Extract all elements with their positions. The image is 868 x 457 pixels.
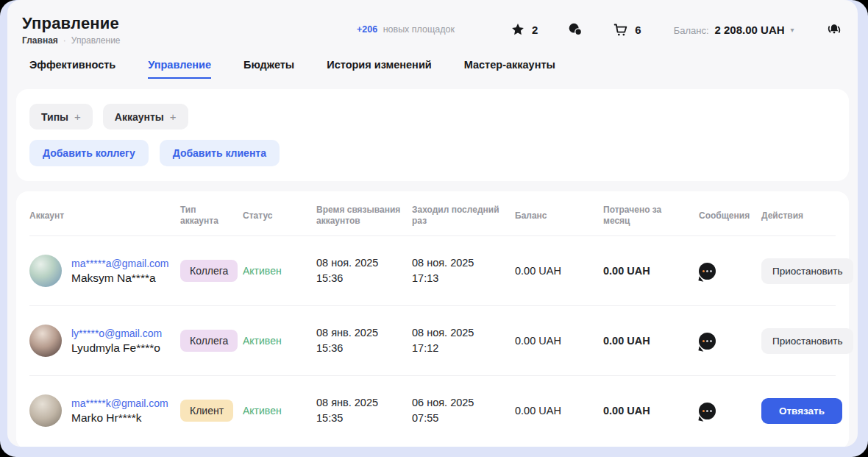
chat-bubble-icon[interactable] [699, 263, 716, 280]
chevron-down-icon: ▾ [791, 26, 794, 34]
breadcrumb-separator: · [63, 35, 66, 46]
actions-cell: Отвязать [761, 398, 842, 424]
breadcrumb-home[interactable]: Главная [22, 35, 58, 46]
account-type-cell: Коллега [180, 260, 243, 282]
suspend-button[interactable]: Приостановить [761, 328, 853, 354]
column-header-messages: Сообщения [699, 210, 761, 222]
column-header-status: Статус [243, 210, 316, 222]
column-header-balance: Баланс [515, 210, 603, 222]
favorites-metric[interactable]: 2 [511, 22, 538, 37]
column-header-last-seen: Заходил последний раз [412, 205, 515, 227]
new-sites-notice[interactable]: +206 новых площадок [357, 24, 455, 35]
types-filter-label: Типы [41, 111, 68, 123]
account-type-cell: Коллега [180, 330, 243, 352]
linked-time: 15:35 [316, 411, 412, 426]
types-filter-button[interactable]: Типы + [29, 104, 93, 130]
column-header-account-type: Тип аккаунта [180, 205, 243, 227]
last-seen-date: 08 ноя. 2025 [412, 255, 515, 271]
linked-date: 08 янв. 2025 [316, 325, 412, 341]
account-text: ma*****k@gmail.com Marko Hr****k [71, 397, 168, 425]
tab-master-accounts[interactable]: Мастер-аккаунты [464, 59, 555, 79]
app-window: Управление Главная · Управление +206 нов… [0, 0, 868, 457]
bell-icon [825, 21, 843, 38]
last-seen-time: 17:13 [412, 271, 515, 286]
add-buttons-row: Добавить коллегу Добавить клиента [29, 140, 836, 166]
avatar [29, 394, 62, 427]
linked-time-cell: 08 янв. 2025 15:36 [316, 325, 412, 356]
linked-time-cell: 08 янв. 2025 15:35 [316, 395, 412, 426]
favorites-count: 2 [532, 24, 538, 36]
last-seen-cell: 06 ноя. 2025 07:55 [412, 395, 515, 426]
suspend-button[interactable]: Приостановить [761, 258, 853, 284]
account-cell: ma*****a@gmail.com Maksym Na****a [29, 255, 180, 287]
type-badge: Коллега [180, 260, 238, 282]
account-email-link[interactable]: ly*****o@gmail.com [71, 327, 162, 339]
breadcrumb: Главная · Управление [22, 35, 235, 46]
balance-cell: 0.00 UAH [515, 335, 603, 347]
column-header-actions: Действия [761, 210, 836, 222]
plus-icon: + [170, 110, 177, 123]
cart-icon [613, 22, 628, 38]
account-type-cell: Клиент [180, 400, 243, 422]
linked-date: 08 ноя. 2025 [316, 255, 412, 271]
chat-bubble-icon[interactable] [699, 333, 716, 350]
actions-cell: Приостановить [761, 328, 853, 354]
notifications-button[interactable] [825, 21, 843, 38]
account-cell: ly*****o@gmail.com Lyudmyla Fe****o [29, 325, 180, 357]
table-row: ma*****a@gmail.com Maksym Na****a Коллег… [29, 235, 836, 305]
last-seen-time: 07:55 [412, 411, 515, 426]
column-header-linked-time: Время связывания аккаунтов [316, 205, 412, 227]
accounts-filter-label: Аккаунты [115, 111, 164, 123]
chat-bubble-icon[interactable] [699, 403, 716, 419]
status-badge: Активен [243, 405, 316, 417]
tab-change-history[interactable]: История изменений [327, 59, 431, 79]
column-header-spent: Потрачено за месяц [603, 205, 699, 227]
tab-management[interactable]: Управление [148, 59, 211, 79]
app-surface: Управление Главная · Управление +206 нов… [7, 0, 858, 447]
account-text: ly*****o@gmail.com Lyudmyla Fe****o [71, 327, 162, 355]
cart-count: 6 [635, 24, 641, 36]
section-tabs: Эффективность Управление Бюджеты История… [7, 52, 858, 79]
messages-cell [699, 262, 761, 280]
last-seen-date: 08 ноя. 2025 [412, 325, 515, 341]
table-row: ly*****o@gmail.com Lyudmyla Fe****o Колл… [29, 305, 836, 375]
add-colleague-button[interactable]: Добавить коллегу [29, 140, 149, 166]
tab-budgets[interactable]: Бюджеты [243, 59, 294, 79]
messages-cell [699, 332, 761, 350]
star-icon [511, 22, 525, 37]
last-seen-time: 17:12 [412, 341, 515, 356]
table-row: ma*****k@gmail.com Marko Hr****k Клиент … [29, 375, 836, 445]
add-client-button[interactable]: Добавить клиента [160, 140, 280, 166]
type-badge: Коллега [180, 330, 238, 352]
cart-metric[interactable]: 6 [613, 22, 641, 38]
spent-cell: 0.00 UAH [603, 265, 699, 277]
account-text: ma*****a@gmail.com Maksym Na****a [71, 258, 168, 285]
plus-icon: + [74, 110, 81, 123]
account-name: Lyudmyla Fe****o [71, 341, 162, 355]
tab-effectiveness[interactable]: Эффективность [29, 59, 115, 79]
filter-pills: Типы + Аккаунты + [29, 104, 836, 130]
unlink-button[interactable]: Отвязать [761, 398, 842, 424]
table-header-row: Аккаунт Тип аккаунта Статус Время связыв… [29, 191, 836, 235]
balance-dropdown[interactable]: Баланс: 2 208.00 UAH ▾ [674, 24, 794, 36]
balance-label: Баланс: [674, 25, 709, 36]
title-block: Управление Главная · Управление [22, 14, 235, 46]
last-seen-cell: 08 ноя. 2025 17:12 [412, 325, 515, 356]
spent-cell: 0.00 UAH [603, 335, 699, 347]
new-sites-label: новых площадок [383, 24, 455, 35]
linked-time-cell: 08 ноя. 2025 15:36 [316, 255, 412, 286]
avatar [29, 255, 62, 287]
accounts-filter-button[interactable]: Аккаунты + [103, 104, 188, 130]
actions-cell: Приостановить [761, 258, 853, 284]
balance-cell: 0.00 UAH [515, 265, 603, 277]
account-email-link[interactable]: ma*****k@gmail.com [71, 397, 168, 409]
accounts-table-card: Аккаунт Тип аккаунта Статус Время связыв… [16, 191, 849, 447]
account-email-link[interactable]: ma*****a@gmail.com [71, 258, 168, 269]
support-chat-button[interactable] [567, 21, 583, 38]
balance-value: 2 208.00 UAH [715, 24, 785, 36]
account-name: Marko Hr****k [71, 411, 168, 425]
filters-card: Типы + Аккаунты + Добавить коллегу Добав… [16, 89, 849, 181]
linked-date: 08 янв. 2025 [316, 395, 412, 411]
linked-time: 15:36 [316, 341, 412, 356]
messages-cell [699, 402, 761, 419]
